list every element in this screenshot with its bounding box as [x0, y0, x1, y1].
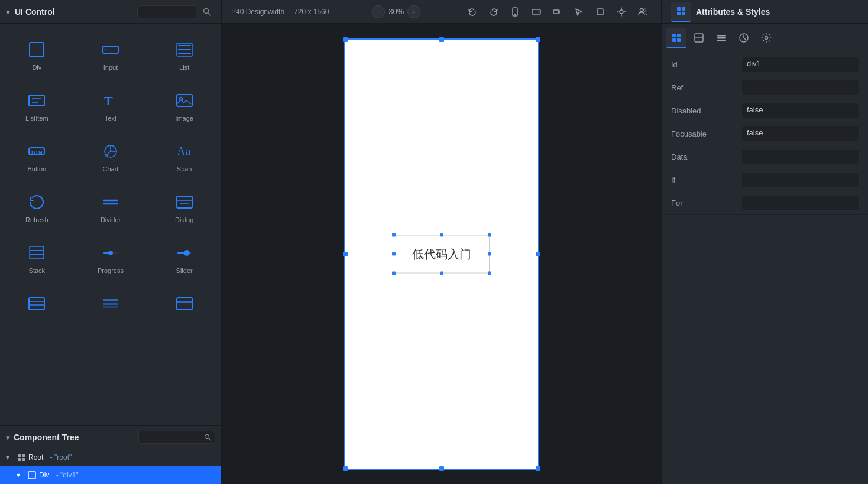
tree-node-root[interactable]: ▾ Root - "root": [0, 449, 221, 466]
multi-user-button[interactable]: [634, 3, 652, 21]
right-panel: Id div1 Ref Disabled false Focusable fal…: [661, 24, 868, 484]
component-row-1: Div Input List: [0, 30, 221, 80]
tree-search-box[interactable]: [138, 431, 215, 444]
component-list[interactable]: List: [148, 31, 220, 79]
phone-portrait-button[interactable]: [506, 3, 524, 21]
handle-tl[interactable]: [343, 37, 348, 42]
properties-tab-icon[interactable]: [671, 2, 691, 22]
handle-br[interactable]: [536, 466, 540, 471]
component-image[interactable]: Image: [148, 82, 220, 130]
svg-rect-55: [103, 306, 118, 308]
div-label: Div: [32, 64, 41, 71]
div1-handle-tr[interactable]: [488, 233, 491, 236]
component-progress[interactable]: Progress: [75, 234, 147, 282]
component-extra3[interactable]: [148, 285, 220, 326]
prop-value-for[interactable]: [742, 196, 859, 210]
svg-rect-38: [177, 196, 192, 208]
div1-handle-mr[interactable]: [488, 252, 491, 256]
root-node-id: - "root": [48, 453, 72, 462]
prop-value-disabled[interactable]: false: [742, 103, 859, 118]
component-stack[interactable]: Stack: [1, 234, 73, 282]
tree-chevron-icon: ▾: [6, 433, 10, 442]
div1-handle-ml[interactable]: [392, 252, 396, 256]
component-chart[interactable]: Chart: [75, 132, 147, 181]
list-icon: [174, 39, 195, 60]
svg-rect-66: [677, 34, 681, 37]
top-bar: ▾ UI Control P40 Designwidth 720 x 1560 …: [0, 0, 868, 24]
tab-layout[interactable]: [689, 28, 709, 48]
svg-rect-54: [103, 303, 118, 305]
div1-content[interactable]: 低代码入门: [394, 235, 490, 273]
prop-value-id[interactable]: div1: [742, 57, 859, 72]
svg-rect-17: [682, 7, 685, 11]
div1-handle-bc[interactable]: [440, 271, 443, 275]
chevron-down-icon: ▾: [6, 7, 10, 17]
svg-text:Aa: Aa: [177, 145, 190, 158]
component-input[interactable]: Input: [75, 31, 147, 79]
toolbar-icons: [464, 3, 652, 21]
div1-handle-tc[interactable]: [440, 233, 443, 236]
component-slider[interactable]: Slider: [148, 234, 220, 282]
component-row-3: BTN Button Chart Aa Span: [0, 131, 221, 182]
prop-value-if[interactable]: [742, 173, 859, 187]
phone-landscape-button[interactable]: [549, 3, 566, 21]
tablet-landscape-button[interactable]: [527, 3, 545, 21]
select-tool-button[interactable]: [570, 3, 588, 21]
zoom-out-button[interactable]: −: [372, 5, 385, 18]
redo-button[interactable]: [485, 3, 503, 21]
undo-button[interactable]: [464, 3, 481, 21]
main-area: Div Input List: [0, 24, 868, 484]
component-search-input[interactable]: [141, 8, 189, 16]
zoom-in-button[interactable]: +: [407, 5, 420, 18]
handle-bl[interactable]: [343, 466, 348, 471]
component-text[interactable]: T Text: [75, 82, 147, 130]
component-dialog[interactable]: Dialog: [148, 183, 220, 232]
tree-node-div1[interactable]: ▾ Div - "div1": [0, 466, 221, 484]
tab-settings[interactable]: [756, 28, 776, 48]
prop-value-ref[interactable]: [742, 80, 859, 95]
tree-search-input[interactable]: [142, 433, 204, 441]
light-mode-button[interactable]: [613, 3, 630, 21]
prop-label-ref: Ref: [671, 83, 742, 92]
div1-element-wrapper: 低代码入门: [394, 235, 490, 273]
left-panel: Div Input List: [0, 24, 222, 484]
handle-mr[interactable]: [536, 252, 540, 256]
component-listitem[interactable]: ListItem: [1, 82, 73, 130]
div1-handle-tl[interactable]: [392, 233, 396, 236]
tab-style[interactable]: [711, 28, 731, 48]
handle-tc[interactable]: [439, 37, 444, 42]
tree-search-icon: [204, 434, 211, 441]
component-button[interactable]: BTN Button: [1, 132, 73, 181]
span-label: Span: [177, 165, 192, 173]
svg-rect-41: [30, 255, 44, 259]
div1-handle-br[interactable]: [488, 271, 491, 275]
handle-tr[interactable]: [536, 37, 540, 42]
phone-content[interactable]: 低代码入门: [344, 38, 539, 470]
svg-rect-21: [103, 46, 118, 53]
div1-handle-bl[interactable]: [392, 271, 396, 275]
component-search-button[interactable]: [199, 4, 215, 20]
component-span[interactable]: Aa Span: [148, 132, 220, 181]
component-divider[interactable]: Divider: [75, 183, 147, 232]
component-refresh[interactable]: Refresh: [1, 183, 73, 232]
handle-ml[interactable]: [343, 252, 348, 256]
chart-label: Chart: [103, 165, 119, 173]
prop-row-id: Id div1: [662, 53, 868, 76]
prop-value-data[interactable]: [742, 150, 859, 164]
frame-button[interactable]: [591, 3, 609, 21]
tab-properties[interactable]: [666, 28, 686, 48]
svg-point-15: [643, 9, 646, 11]
handle-bc[interactable]: [439, 466, 444, 471]
slider-label: Slider: [176, 267, 193, 274]
svg-point-14: [640, 8, 643, 11]
svg-point-0: [204, 8, 209, 13]
canvas-area[interactable]: 低代码入门: [222, 24, 661, 484]
extra2-icon: [100, 293, 121, 314]
component-div[interactable]: Div: [1, 31, 73, 79]
component-extra2[interactable]: [75, 285, 147, 326]
component-extra1[interactable]: [1, 285, 73, 326]
prop-value-focusable[interactable]: false: [742, 126, 859, 141]
divider-label: Divider: [101, 216, 121, 223]
top-bar-center-left: P40 Designwidth 720 x 1560: [231, 8, 329, 16]
tab-events[interactable]: [734, 28, 754, 48]
